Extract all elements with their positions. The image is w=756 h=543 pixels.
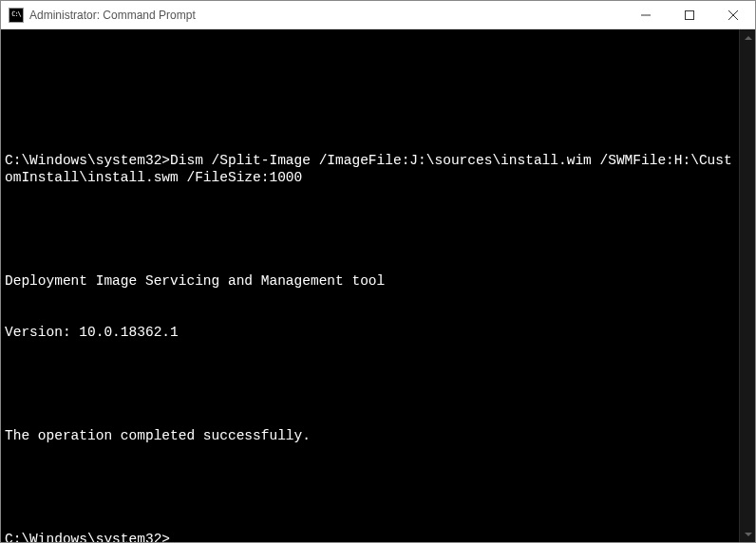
terminal-line: C:\Windows\system32>Dism /Split-Image /I… <box>5 152 734 186</box>
command-prompt-window: C:\ Administrator: Command Prompt C:\Win… <box>0 0 756 543</box>
window-controls <box>624 1 755 28</box>
terminal-content: C:\Windows\system32>Dism /Split-Image /I… <box>5 66 734 542</box>
close-icon <box>728 10 738 20</box>
terminal-line <box>5 376 734 393</box>
window-title: Administrator: Command Prompt <box>29 9 624 22</box>
terminal-prompt: C:\Windows\system32> <box>5 531 734 542</box>
minimize-icon <box>641 10 651 20</box>
titlebar[interactable]: C:\ Administrator: Command Prompt <box>1 1 755 29</box>
terminal-line: Deployment Image Servicing and Managemen… <box>5 272 734 290</box>
minimize-button[interactable] <box>624 1 668 28</box>
svg-marker-4 <box>745 36 752 40</box>
close-button[interactable] <box>711 1 755 28</box>
terminal-line: Version: 10.0.18362.1 <box>5 324 734 341</box>
svg-marker-5 <box>745 533 752 536</box>
chevron-down-icon <box>745 533 752 536</box>
cmd-icon-text: C:\ <box>11 11 21 18</box>
terminal-line <box>5 220 734 237</box>
svg-rect-1 <box>686 10 694 19</box>
maximize-icon <box>685 10 694 20</box>
terminal-line: The operation completed successfully. <box>5 427 734 444</box>
scroll-down-button[interactable] <box>740 526 755 542</box>
scrollbar[interactable] <box>739 29 755 542</box>
terminal-line <box>5 478 734 496</box>
terminal-line <box>5 101 734 118</box>
terminal-area[interactable]: C:\Windows\system32>Dism /Split-Image /I… <box>1 29 755 542</box>
scroll-up-button[interactable] <box>740 29 755 46</box>
maximize-button[interactable] <box>668 1 711 28</box>
chevron-up-icon <box>745 36 752 40</box>
cmd-icon: C:\ <box>9 8 24 23</box>
